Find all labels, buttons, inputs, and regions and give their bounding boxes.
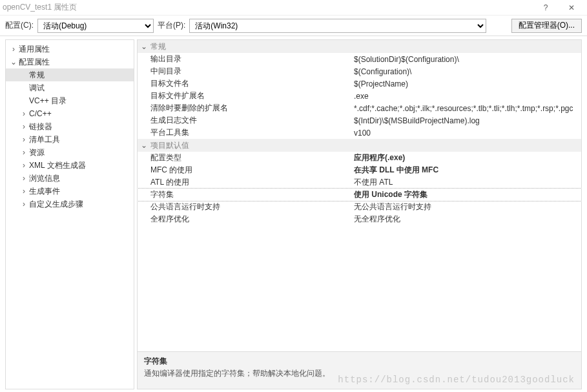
tree-label: 链接器 [29, 121, 52, 132]
property-key: 字符集 [138, 189, 354, 200]
property-row[interactable]: ATL 的使用不使用 ATL [138, 176, 581, 189]
help-panel: 字符集 通知编译器使用指定的字符集；帮助解决本地化问题。 https://blo… [138, 351, 581, 389]
config-manager-button[interactable]: 配置管理器(O)... [511, 19, 582, 33]
tree-node[interactable]: ›清单工具 [6, 133, 134, 146]
property-row[interactable]: 输出目录$(SolutionDir)$(Configuration)\ [138, 53, 581, 65]
watermark: https://blog.csdn.net/tudou2013goodluck [338, 375, 575, 385]
expander-icon: › [10, 45, 17, 54]
property-row[interactable]: 中间目录$(Configuration)\ [138, 65, 581, 77]
expander-icon: › [20, 187, 28, 196]
tree-node[interactable]: ›链接器 [6, 120, 134, 133]
property-category[interactable]: ⌄项目默认值 [138, 139, 581, 152]
help-icon[interactable]: ? [533, 3, 559, 12]
tree-node[interactable]: ⌄配置属性 [6, 56, 134, 68]
property-key: 全程序优化 [138, 214, 354, 225]
main-area: ›通用属性⌄配置属性常规调试VC++ 目录›C/C++›链接器›清单工具›资源›… [0, 36, 587, 392]
expander-icon: ⌄ [10, 57, 17, 67]
property-value[interactable]: 使用 Unicode 字符集 [354, 189, 581, 200]
help-property-name: 字符集 [144, 356, 575, 367]
collapse-icon: ⌄ [140, 141, 148, 150]
expander-icon: › [20, 200, 28, 209]
property-grid[interactable]: ⌄常规输出目录$(SolutionDir)$(Configuration)\中间… [138, 40, 581, 351]
property-key: MFC 的使用 [138, 165, 354, 176]
property-value[interactable]: 在共享 DLL 中使用 MFC [354, 165, 581, 176]
category-name: 项目默认值 [150, 140, 189, 151]
tree-label: 自定义生成步骤 [29, 199, 83, 210]
platform-label: 平台(P): [158, 20, 185, 31]
tree-view[interactable]: ›通用属性⌄配置属性常规调试VC++ 目录›C/C++›链接器›清单工具›资源›… [5, 39, 134, 389]
close-icon[interactable]: ✕ [559, 3, 584, 12]
tree-node[interactable]: ›生成事件 [6, 185, 134, 198]
tree-node[interactable]: VC++ 目录 [6, 94, 134, 107]
property-value[interactable]: 不使用 ATL [354, 177, 581, 188]
collapse-icon: ⌄ [140, 42, 148, 51]
expander-icon: › [20, 148, 28, 157]
property-value[interactable]: $(ProjectName) [354, 79, 581, 88]
tree-node[interactable]: 调试 [6, 81, 134, 94]
property-key: 公共语言运行时支持 [138, 201, 354, 212]
property-key: 中间目录 [138, 66, 354, 77]
property-row[interactable]: 目标文件扩展名.exe [138, 90, 581, 102]
tree-node[interactable]: ›自定义生成步骤 [6, 198, 134, 211]
property-value[interactable]: v100 [354, 129, 581, 138]
tree-node[interactable]: ›C/C++ [6, 107, 134, 120]
tree-node[interactable]: ›通用属性 [6, 43, 134, 56]
help-property-desc: 通知编译器使用指定的字符集；帮助解决本地化问题。 [144, 369, 330, 378]
property-value[interactable]: 无全程序优化 [354, 214, 581, 225]
config-label: 配置(C): [5, 20, 34, 31]
property-row[interactable]: 字符集使用 Unicode 字符集 [138, 189, 581, 201]
property-value[interactable]: $(SolutionDir)$(Configuration)\ [354, 55, 581, 64]
property-row[interactable]: MFC 的使用在共享 DLL 中使用 MFC [138, 164, 581, 176]
property-key: 目标文件名 [138, 78, 354, 89]
property-key: ATL 的使用 [138, 177, 354, 188]
property-key: 平台工具集 [138, 127, 354, 138]
property-key: 输出目录 [138, 54, 354, 65]
category-name: 常规 [150, 41, 166, 52]
property-value[interactable]: 应用程序(.exe) [354, 152, 581, 163]
property-category[interactable]: ⌄常规 [138, 40, 581, 53]
property-key: 配置类型 [138, 152, 354, 163]
property-row[interactable]: 目标文件名$(ProjectName) [138, 77, 581, 90]
property-row[interactable]: 配置类型应用程序(.exe) [138, 152, 581, 164]
tree-label: 配置属性 [19, 57, 50, 68]
tree-label: VC++ 目录 [29, 96, 67, 107]
tree-label: 资源 [29, 147, 45, 158]
tree-node[interactable]: 常规 [6, 68, 134, 81]
expander-icon: › [20, 109, 28, 118]
property-value[interactable]: .exe [354, 92, 581, 101]
property-row[interactable]: 平台工具集v100 [138, 127, 581, 139]
tree-label: 调试 [29, 83, 45, 94]
property-key: 目标文件扩展名 [138, 90, 354, 101]
property-key: 清除时要删除的扩展名 [138, 103, 354, 114]
config-select[interactable]: 活动(Debug) [37, 19, 154, 33]
expander-icon: › [20, 174, 28, 183]
tree-node[interactable]: ›浏览信息 [6, 172, 134, 185]
property-key: 生成日志文件 [138, 115, 354, 126]
tree-label: C/C++ [29, 109, 52, 118]
right-pane: ⌄常规输出目录$(SolutionDir)$(Configuration)\中间… [137, 39, 582, 389]
property-value[interactable]: *.cdf;*.cache;*.obj;*.ilk;*.resources;*.… [354, 104, 581, 113]
property-value[interactable]: $(Configuration)\ [354, 67, 581, 76]
toolbar: 配置(C): 活动(Debug) 平台(P): 活动(Win32) 配置管理器(… [0, 15, 587, 36]
tree-label: 通用属性 [19, 44, 50, 55]
property-value[interactable]: $(IntDir)\$(MSBuildProjectName).log [354, 116, 581, 125]
tree-label: 生成事件 [29, 186, 60, 197]
expander-icon: › [20, 135, 28, 144]
property-row[interactable]: 全程序优化无全程序优化 [138, 213, 581, 225]
tree-node[interactable]: ›资源 [6, 146, 134, 159]
tree-label: XML 文档生成器 [29, 160, 86, 171]
tree-node[interactable]: ›XML 文档生成器 [6, 159, 134, 172]
tree-label: 常规 [29, 70, 45, 81]
tree-label: 清单工具 [29, 134, 60, 145]
expander-icon: › [20, 161, 28, 170]
property-row[interactable]: 清除时要删除的扩展名*.cdf;*.cache;*.obj;*.ilk;*.re… [138, 102, 581, 114]
platform-select[interactable]: 活动(Win32) [189, 19, 486, 33]
property-row[interactable]: 生成日志文件$(IntDir)\$(MSBuildProjectName).lo… [138, 114, 581, 127]
property-row[interactable]: 公共语言运行时支持无公共语言运行时支持 [138, 201, 581, 213]
tree-label: 浏览信息 [29, 173, 60, 184]
property-value[interactable]: 无公共语言运行时支持 [354, 201, 581, 212]
expander-icon: › [20, 122, 28, 131]
title-bar: openCV_test1 属性页 ? ✕ [0, 0, 587, 15]
window-title: openCV_test1 属性页 [3, 2, 533, 13]
